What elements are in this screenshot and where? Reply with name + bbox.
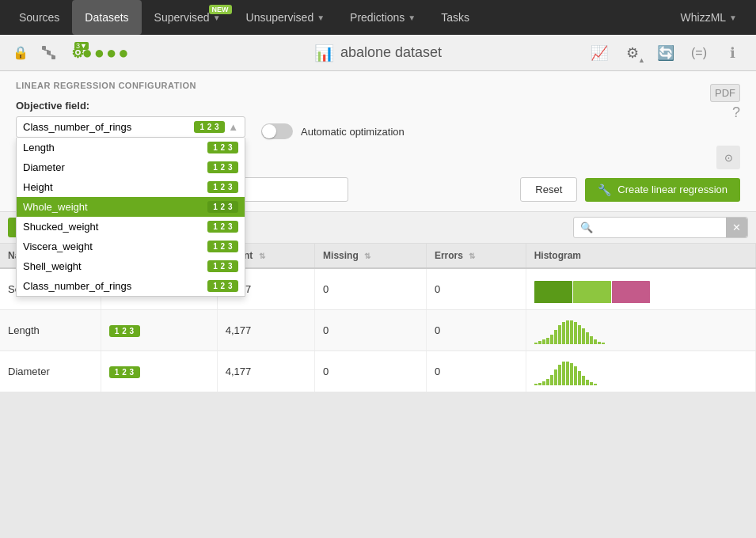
hist-bar bbox=[554, 369, 557, 385]
hist-bar bbox=[594, 339, 597, 344]
search-icon[interactable]: 🔍 bbox=[574, 218, 599, 237]
formula-icon[interactable]: (=) bbox=[686, 40, 712, 66]
hist-bar bbox=[574, 322, 577, 344]
nav-tasks[interactable]: Tasks bbox=[428, 0, 482, 35]
hist-bar bbox=[554, 330, 557, 344]
help-icon[interactable]: ? bbox=[732, 104, 740, 121]
refresh-icon[interactable]: 🔄 bbox=[653, 40, 678, 66]
hist-bar bbox=[582, 328, 585, 344]
hist-bar bbox=[566, 362, 569, 385]
dropdown-item-viscera-weight[interactable]: Viscera_weight 1 2 3 bbox=[17, 237, 245, 256]
objective-dropdown[interactable]: Class_number_of_rings 1 2 3 ▲ Length 1 2… bbox=[16, 116, 245, 138]
nav-sources[interactable]: Sources bbox=[6, 0, 72, 35]
hist-bar bbox=[582, 376, 585, 385]
objective-label: Objective field: bbox=[16, 100, 245, 112]
col-errors: Errors ⇅ bbox=[426, 244, 526, 268]
table-row: Diameter 1 2 3 4,177 0 0 bbox=[0, 351, 756, 392]
hist-bar bbox=[550, 375, 553, 385]
info-icon[interactable]: ℹ bbox=[720, 40, 745, 66]
nav-whizzml-label: WhizzML bbox=[681, 11, 727, 24]
search-clear-button[interactable]: ✕ bbox=[726, 218, 747, 237]
dataset-title-wrapper: 📊 abalone dataset bbox=[314, 44, 442, 63]
nav-whizzml[interactable]: WhizzML ▼ bbox=[668, 0, 750, 35]
col-histogram: Histogram bbox=[526, 244, 755, 268]
hist-bar bbox=[578, 371, 581, 385]
cell-hist-sex bbox=[526, 268, 755, 310]
hist-bar bbox=[546, 338, 549, 344]
svg-line-4 bbox=[49, 55, 54, 55]
create-icon: 🔧 bbox=[598, 184, 611, 196]
supervised-badge: NEW bbox=[209, 5, 232, 14]
hist-bar bbox=[574, 366, 577, 385]
hist-bar bbox=[566, 320, 569, 344]
cell-hist-diameter bbox=[526, 351, 755, 392]
histogram-length bbox=[534, 316, 747, 344]
nav-sources-label: Sources bbox=[19, 11, 59, 24]
hist-bar bbox=[534, 343, 538, 344]
lock-icon[interactable]: 🔒 bbox=[8, 40, 33, 66]
dropdown-item-shell-weight[interactable]: Shell_weight 1 2 3 bbox=[17, 256, 245, 276]
hist-bar bbox=[586, 332, 589, 344]
unsupervised-arrow: ▼ bbox=[317, 13, 325, 22]
hist-bar bbox=[550, 335, 553, 344]
settings-icon[interactable]: ⚙ ▲ bbox=[620, 40, 645, 66]
cell-missing-sex: 0 bbox=[315, 268, 427, 310]
selected-type-badge: 1 2 3 bbox=[194, 121, 225, 133]
dropdown-item-whole-weight[interactable]: Whole_weight 1 2 3 bbox=[17, 197, 245, 217]
dropdown-item-shucked-weight[interactable]: Shucked_weight 1 2 3 bbox=[17, 217, 245, 237]
auto-optimization-section: Automatic optimization bbox=[261, 120, 405, 139]
reset-button[interactable]: Reset bbox=[520, 177, 577, 202]
hist-bar bbox=[573, 281, 611, 303]
hist-bar bbox=[602, 343, 605, 344]
dropdown-item-height[interactable]: Height 1 2 3 bbox=[17, 177, 245, 197]
chart-icon: 📊 bbox=[314, 44, 334, 63]
objective-row: Objective field: Class_number_of_rings 1… bbox=[16, 100, 740, 139]
stats-icon[interactable]: 📈 bbox=[587, 40, 612, 66]
cell-name-diameter: Diameter bbox=[0, 351, 101, 392]
nav-unsupervised[interactable]: Unsupervised ▼ bbox=[234, 0, 338, 35]
hist-bar bbox=[578, 325, 581, 344]
hierarchy-icon[interactable] bbox=[36, 40, 62, 66]
type-badge-123: 1 2 3 bbox=[109, 325, 140, 337]
create-regression-button[interactable]: 🔧 Create linear regression bbox=[585, 178, 740, 202]
nav-supervised-label: Supervised bbox=[154, 11, 210, 24]
hist-bar bbox=[558, 365, 561, 385]
dropdown-item-class-rings[interactable]: Class_number_of_rings 1 2 3 bbox=[17, 276, 245, 296]
cell-missing-diameter: 0 bbox=[315, 351, 427, 392]
cell-type-length: 1 2 3 bbox=[101, 310, 217, 351]
svg-rect-2 bbox=[51, 55, 55, 59]
nav-supervised[interactable]: Supervised NEW ▼ bbox=[142, 0, 234, 35]
filter-icon[interactable]: ⚙ 3▼ bbox=[65, 40, 90, 66]
hist-bar bbox=[570, 363, 573, 385]
col-missing: Missing ⇅ bbox=[315, 244, 427, 268]
whizzml-arrow: ▼ bbox=[729, 13, 737, 22]
toggle-knob bbox=[262, 124, 276, 138]
pdf-icon[interactable]: PDF bbox=[710, 82, 740, 100]
nav-unsupervised-label: Unsupervised bbox=[246, 11, 314, 24]
svg-line-3 bbox=[44, 50, 49, 51]
nav-predictions[interactable]: Predictions ▼ bbox=[337, 0, 428, 35]
supervised-arrow: ▼ bbox=[213, 13, 221, 22]
dropdown-menu: Length 1 2 3 Diameter 1 2 3 Height 1 2 3… bbox=[16, 138, 245, 297]
expand-icon[interactable]: ⊙ bbox=[716, 146, 740, 169]
dropdown-item-diameter[interactable]: Diameter 1 2 3 bbox=[17, 157, 245, 177]
cell-count-diameter: 4,177 bbox=[217, 351, 314, 392]
dropdown-trigger[interactable]: Class_number_of_rings 1 2 3 ▲ bbox=[16, 116, 245, 138]
cell-errors-length: 0 bbox=[426, 310, 526, 351]
hist-bar bbox=[546, 379, 549, 385]
hist-bar bbox=[538, 341, 541, 344]
hist-bar bbox=[542, 339, 545, 344]
scroll-indicator: ▲ bbox=[228, 121, 238, 133]
hist-bar bbox=[594, 384, 597, 385]
nav-tasks-label: Tasks bbox=[441, 11, 469, 24]
dropdown-item-length[interactable]: Length 1 2 3 bbox=[17, 138, 245, 157]
auto-opt-row: Automatic optimization bbox=[261, 123, 405, 139]
search-input[interactable] bbox=[599, 218, 726, 237]
dots-icon[interactable]: ●●●● bbox=[93, 40, 119, 66]
nav-datasets[interactable]: Datasets bbox=[72, 0, 141, 35]
histogram-diameter bbox=[534, 358, 747, 385]
svg-rect-0 bbox=[42, 46, 46, 50]
auto-opt-toggle[interactable] bbox=[261, 123, 293, 139]
nav-datasets-label: Datasets bbox=[85, 11, 128, 24]
dropdown-selected: Class_number_of_rings bbox=[23, 121, 131, 133]
